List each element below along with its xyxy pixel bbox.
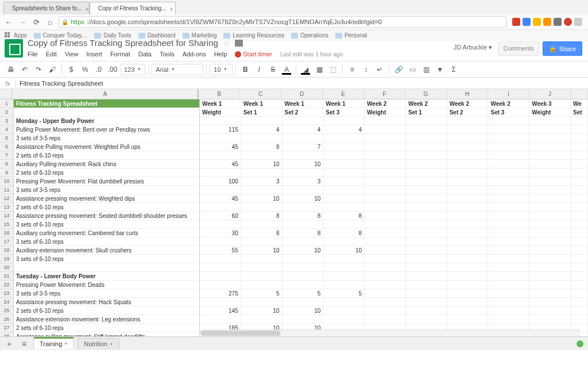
cell[interactable] (529, 220, 571, 229)
cell[interactable] (406, 237, 447, 246)
cell[interactable] (447, 281, 489, 289)
cell[interactable] (241, 298, 283, 306)
cell[interactable] (406, 160, 447, 168)
cell[interactable]: 10 (241, 194, 283, 203)
cell[interactable]: 8 (241, 229, 283, 237)
cell[interactable]: Monday - Upper Body Power (14, 117, 200, 125)
cell[interactable]: Assistance Pulling movement: Weighted Pu… (14, 143, 200, 151)
cell[interactable]: 3 sets of 6-10 reps (14, 220, 200, 229)
cell[interactable] (283, 220, 324, 229)
cell[interactable]: 8 (283, 229, 324, 237)
dec-decrease-icon[interactable]: .0 (92, 63, 105, 76)
cell[interactable]: 4 (241, 125, 283, 134)
row-header[interactable]: 9 (0, 168, 14, 177)
row-header[interactable]: 11 (0, 186, 14, 194)
bold-icon[interactable]: B (239, 63, 252, 76)
row-header[interactable]: 3 (0, 117, 14, 125)
cell[interactable] (406, 255, 447, 263)
cell[interactable] (323, 194, 365, 203)
cell[interactable] (200, 134, 241, 143)
column-header[interactable]: A (12, 89, 199, 99)
cell[interactable] (323, 237, 365, 246)
cell[interactable]: Set 3 (323, 108, 365, 117)
link-icon[interactable]: 🔗 (392, 63, 405, 76)
cell[interactable] (529, 315, 571, 324)
cell[interactable] (14, 108, 200, 117)
align-h-icon[interactable]: ≡ (346, 63, 358, 76)
cell[interactable]: 45 (200, 194, 241, 203)
cell[interactable] (406, 289, 447, 298)
cell[interactable] (241, 151, 283, 160)
cell[interactable]: 10 (283, 306, 324, 315)
cell[interactable] (488, 255, 529, 263)
cell[interactable] (365, 194, 406, 203)
menu-tools[interactable]: Tools (160, 51, 175, 57)
cell[interactable] (241, 315, 283, 324)
cell[interactable]: 2 sets of 6-10 reps (14, 306, 200, 315)
cell[interactable] (571, 168, 588, 177)
cell[interactable]: 3 (241, 177, 283, 186)
cell[interactable] (447, 255, 489, 263)
cell[interactable] (447, 168, 489, 177)
column-header[interactable]: I (488, 89, 529, 99)
cell[interactable] (241, 263, 283, 272)
cell[interactable] (241, 117, 283, 125)
cell[interactable] (529, 272, 571, 281)
cell[interactable] (406, 229, 447, 237)
ext-icon[interactable] (543, 18, 551, 26)
cell[interactable]: 45 (200, 160, 241, 168)
undo-icon[interactable]: ↶ (18, 63, 31, 76)
row-header[interactable]: 26 (0, 315, 14, 324)
wrap-icon[interactable]: ↵ (373, 63, 386, 76)
cell[interactable]: 8 (241, 143, 283, 151)
cell[interactable]: 2 sets of 6-10 reps (14, 203, 200, 212)
cell[interactable] (406, 151, 447, 160)
cell[interactable] (571, 272, 588, 281)
cell[interactable] (488, 160, 529, 168)
cell[interactable] (323, 315, 365, 324)
cell[interactable]: Set 2 (283, 108, 324, 117)
add-sheet-icon[interactable]: + (3, 339, 15, 348)
close-icon[interactable]: × (86, 6, 89, 11)
column-header[interactable]: J (529, 89, 571, 99)
row-header[interactable]: 15 (0, 220, 14, 229)
cell[interactable] (571, 306, 588, 315)
cell[interactable] (488, 272, 529, 281)
cell[interactable] (14, 263, 200, 272)
row-header[interactable]: 18 (0, 246, 14, 255)
cell[interactable]: 100 (200, 177, 241, 186)
cell[interactable] (200, 117, 241, 125)
cell[interactable] (447, 306, 489, 315)
cell[interactable] (365, 298, 406, 306)
cell[interactable] (447, 263, 489, 272)
row-header[interactable]: 1 (0, 99, 14, 108)
cell[interactable] (447, 203, 489, 212)
user-name[interactable]: JD Arbuckle ▾ (454, 44, 493, 51)
cell[interactable]: Week 2 (447, 99, 489, 108)
menu-data[interactable]: Data (138, 51, 152, 57)
cell[interactable] (571, 263, 588, 272)
cell[interactable] (323, 203, 365, 212)
cell[interactable] (529, 134, 571, 143)
cell[interactable] (241, 220, 283, 229)
cell[interactable] (571, 212, 588, 220)
cell[interactable] (283, 237, 324, 246)
borders-icon[interactable]: ▦ (313, 63, 326, 76)
cell[interactable]: 2 sets of 6-10 reps (14, 151, 200, 160)
cell[interactable] (365, 117, 406, 125)
cell[interactable]: 2 sets of 6-10 reps (14, 324, 200, 332)
row-header[interactable]: 10 (0, 177, 14, 186)
cell[interactable] (406, 306, 447, 315)
menu-edit[interactable]: Edit (46, 51, 57, 57)
cell[interactable] (571, 246, 588, 255)
cell[interactable]: Week 2 (365, 99, 406, 108)
cell[interactable] (488, 229, 529, 237)
cell[interactable]: Tuesday - Lower Body Power (14, 272, 200, 281)
cell[interactable]: Pressing Power Movement: Flat dumbbell p… (14, 177, 200, 186)
row-header[interactable]: 27 (0, 324, 14, 332)
menu-file[interactable]: File (28, 51, 38, 57)
cell[interactable]: Fitness Tracking Spreadsheet (14, 99, 200, 108)
cell[interactable] (488, 220, 529, 229)
select-all-corner[interactable] (0, 89, 12, 99)
cell[interactable] (529, 143, 571, 151)
